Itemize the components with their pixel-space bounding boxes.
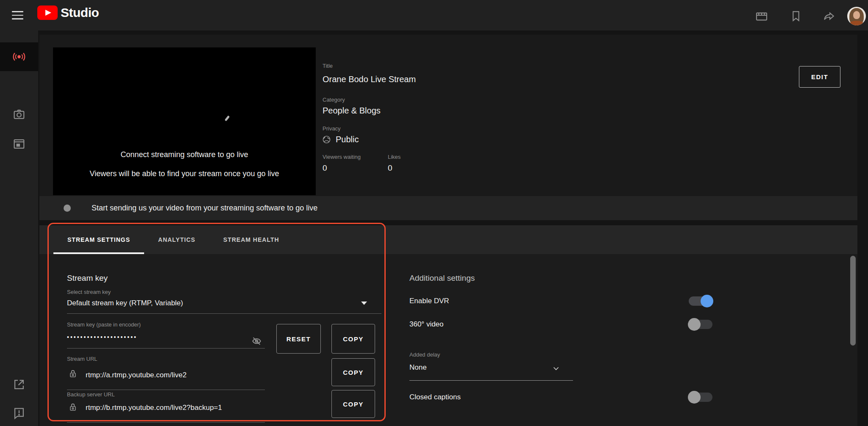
category-value: People & Blogs xyxy=(323,106,381,116)
lock-icon xyxy=(68,368,78,380)
sidebar-item-manage[interactable] xyxy=(0,130,38,158)
viewers-waiting-label: Viewers waiting xyxy=(323,154,361,160)
category-label: Category xyxy=(323,97,345,103)
stream-key-select-underline xyxy=(67,313,381,314)
lock-icon xyxy=(68,401,78,413)
tab-analytics[interactable]: ANALYTICS xyxy=(144,225,209,254)
likes-value: 0 xyxy=(388,163,392,173)
feedback-icon xyxy=(12,406,26,420)
stream-key-heading: Stream key xyxy=(67,274,108,283)
backup-url-label: Backup server URL xyxy=(67,391,115,398)
preview-message-2: Viewers will be able to find your stream… xyxy=(53,169,316,178)
video-360-toggle[interactable] xyxy=(689,320,712,329)
copy-backup-url-button[interactable]: COPY xyxy=(331,390,375,418)
backup-url-value[interactable]: rtmp://b.rtmp.youtube.com/live2?backup=1 xyxy=(86,404,222,412)
sidebar-item-open-channel[interactable] xyxy=(0,371,38,398)
loading-spinner xyxy=(225,115,230,121)
clapperboard-icon[interactable] xyxy=(755,9,768,23)
likes-label: Likes xyxy=(388,154,401,160)
stream-key-field-label: Stream key (paste in encoder) xyxy=(67,321,141,328)
sidebar-item-feedback[interactable] xyxy=(0,400,38,426)
tab-stream-health[interactable]: STREAM HEALTH xyxy=(209,225,293,254)
stream-url-label: Stream URL xyxy=(67,356,97,362)
vertical-scrollbar[interactable] xyxy=(850,256,856,346)
stream-url-underline xyxy=(67,390,265,390)
manage-icon xyxy=(12,137,26,151)
closed-captions-toggle[interactable] xyxy=(689,393,712,402)
stream-preview: Connect streaming software to go live Vi… xyxy=(53,47,316,195)
menu-icon[interactable] xyxy=(12,9,25,22)
copy-stream-url-button[interactable]: COPY xyxy=(331,358,375,386)
added-delay-label: Added delay xyxy=(409,351,440,358)
sidebar-item-webcam[interactable] xyxy=(0,101,38,128)
status-message: Start sending us your video from your st… xyxy=(92,204,317,213)
edit-button[interactable]: EDIT xyxy=(799,66,840,88)
youtube-play-icon xyxy=(37,6,58,20)
privacy-value: Public xyxy=(336,135,359,144)
stream-key-masked-value[interactable]: ••••••••••••••••••••• xyxy=(67,334,137,340)
youtube-studio-logo[interactable]: Studio xyxy=(37,6,99,20)
dropdown-caret-icon[interactable] xyxy=(361,302,367,305)
toggle-knob xyxy=(701,295,713,307)
show-hide-key-icon[interactable] xyxy=(251,335,262,347)
avatar-face xyxy=(853,11,860,19)
enable-dvr-toggle[interactable] xyxy=(689,296,712,306)
backup-url-underline xyxy=(67,422,265,423)
added-delay-select[interactable]: None xyxy=(409,363,427,372)
toggle-knob xyxy=(688,318,701,331)
live-icon xyxy=(12,50,26,64)
closed-captions-label: Closed captions xyxy=(409,393,461,401)
sidebar-item-live-streaming[interactable] xyxy=(0,42,38,71)
stream-url-value[interactable]: rtmp://a.rtmp.youtube.com/live2 xyxy=(86,371,186,379)
toggle-knob xyxy=(688,391,701,404)
share-icon[interactable] xyxy=(822,9,836,23)
stream-key-select[interactable]: Default stream key (RTMP, Variable) xyxy=(67,299,183,307)
viewers-waiting-value: 0 xyxy=(323,163,327,173)
tab-stream-settings[interactable]: STREAM SETTINGS xyxy=(53,225,144,254)
globe-icon xyxy=(322,135,331,144)
privacy-row: Public xyxy=(322,135,359,144)
added-delay-underline xyxy=(409,380,573,381)
select-stream-key-label: Select stream key xyxy=(67,289,111,295)
external-link-icon xyxy=(12,377,26,392)
privacy-label: Privacy xyxy=(323,125,341,132)
title-label: Title xyxy=(323,63,333,69)
tab-bar: STREAM SETTINGS ANALYTICS STREAM HEALTH xyxy=(39,225,857,254)
brand-text: Studio xyxy=(61,6,99,20)
left-sidebar xyxy=(0,30,38,426)
youtube-studio-app: Studio xyxy=(0,0,868,426)
additional-settings-heading: Additional settings xyxy=(409,274,475,283)
stream-key-field-underline xyxy=(67,348,265,349)
camera-icon xyxy=(12,107,26,122)
top-header: Studio xyxy=(0,0,868,30)
preview-message-1: Connect streaming software to go live xyxy=(53,150,316,159)
enable-dvr-label: Enable DVR xyxy=(409,297,449,305)
reset-key-button[interactable]: RESET xyxy=(276,324,321,354)
avatar-shirt xyxy=(850,21,863,25)
account-avatar[interactable] xyxy=(847,7,866,25)
stream-title: Orane Bodo Live Stream xyxy=(323,75,416,84)
status-dot-icon xyxy=(64,205,71,212)
video-360-label: 360° video xyxy=(409,320,444,329)
copy-key-button[interactable]: COPY xyxy=(331,324,375,354)
chevron-down-icon[interactable] xyxy=(551,363,561,373)
bookmark-icon[interactable] xyxy=(789,9,803,23)
